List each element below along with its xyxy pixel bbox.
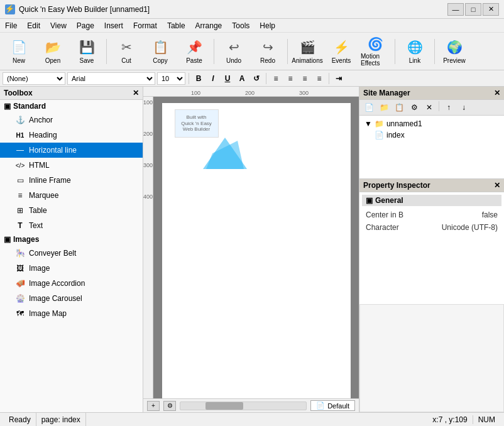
toolbar-motion-effects[interactable]: 🌀 Motion Effects: [359, 35, 392, 68]
item-heading[interactable]: H1 Heading: [0, 128, 143, 143]
sm-btn-delete[interactable]: ✕: [422, 101, 436, 114]
site-tree-index[interactable]: 📄 index: [362, 129, 501, 141]
size-select[interactable]: 10: [157, 72, 185, 85]
toolbar-save[interactable]: 💾 Save: [70, 35, 103, 68]
page-text: page: index: [41, 415, 80, 424]
font-select[interactable]: Arial: [67, 72, 155, 85]
cut-label: Cut: [121, 57, 131, 64]
canvas-main[interactable]: Built withQuick 'n EasyWeb Builder: [153, 97, 359, 398]
ruler-horizontal: 100 200 300: [143, 87, 359, 97]
site-manager-header: Site Manager ✕: [359, 87, 504, 100]
item-image-map[interactable]: 🗺 Image Map: [0, 306, 143, 321]
toolbar-new[interactable]: 📄 New: [3, 35, 35, 68]
item-anchor[interactable]: ⚓ Anchor: [0, 112, 143, 128]
highlight-button[interactable]: ↺: [250, 72, 263, 85]
new-label: New: [13, 57, 25, 64]
menu-page[interactable]: Page: [72, 19, 99, 32]
align-center-button[interactable]: ≡: [284, 72, 297, 85]
item-image-accordion[interactable]: 🪗 Image Accordion: [0, 276, 143, 291]
menu-arrange[interactable]: Arrange: [190, 19, 227, 32]
italic-button[interactable]: I: [207, 72, 219, 85]
toolbar-preview[interactable]: 🌍 Preview: [438, 35, 471, 68]
canvas-footer-settings[interactable]: ⚙: [163, 401, 176, 411]
prop-general-collapse: ▣: [366, 196, 373, 205]
bold-button[interactable]: B: [192, 72, 205, 85]
menu-view[interactable]: View: [45, 19, 72, 32]
image-map-icon: 🗺: [15, 309, 25, 319]
canvas-footer-add[interactable]: +: [147, 401, 160, 411]
menu-table[interactable]: Table: [162, 19, 190, 32]
toolbar-open[interactable]: 📂 Open: [36, 35, 69, 68]
minimize-button[interactable]: —: [447, 3, 464, 16]
sm-btn-settings[interactable]: ⚙: [407, 101, 421, 114]
align-right-button[interactable]: ≡: [299, 72, 311, 85]
toolbar-animations[interactable]: 🎬 Animations: [291, 35, 324, 68]
item-text[interactable]: T Text: [0, 218, 143, 233]
events-label: Events: [332, 57, 351, 64]
canvas-page[interactable]: Built withQuick 'n EasyWeb Builder: [162, 103, 351, 398]
menu-format[interactable]: Format: [128, 19, 162, 32]
toolbox-close[interactable]: ✕: [133, 89, 139, 97]
property-inspector-title: Property Inspector: [363, 181, 430, 190]
maximize-button[interactable]: □: [465, 3, 481, 16]
sm-btn-copy[interactable]: 📋: [392, 101, 406, 114]
status-text: Ready: [9, 415, 31, 424]
item-html[interactable]: </> HTML: [0, 158, 143, 173]
sm-btn-up[interactable]: ↑: [442, 101, 456, 114]
page-watermark: Built withQuick 'n EasyWeb Builder: [175, 109, 219, 138]
toolbar-undo[interactable]: ↩ Undo: [217, 35, 250, 68]
underline-button[interactable]: U: [221, 72, 234, 85]
horizontal-scrollbar[interactable]: [180, 401, 307, 410]
item-horizontal-line[interactable]: — Horizontal line: [0, 143, 143, 158]
color-button[interactable]: A: [236, 72, 248, 85]
root-label: unnamed1: [386, 119, 422, 128]
toolbar-sep-3: [287, 39, 288, 64]
section-images[interactable]: ▣ Images: [0, 233, 143, 246]
toolbar-cut[interactable]: ✂ Cut: [110, 35, 143, 68]
text-icon: T: [15, 221, 25, 231]
toolbar-sep-4: [395, 39, 395, 64]
item-conveyer-belt[interactable]: 🎠 Conveyer Belt: [0, 246, 143, 261]
horizontal-line-icon: —: [15, 145, 25, 155]
menu-edit[interactable]: Edit: [22, 19, 45, 32]
indent-button[interactable]: ⇥: [332, 72, 345, 85]
prop-section-general-header[interactable]: ▣ General: [362, 195, 501, 206]
menu-tools[interactable]: Tools: [227, 19, 255, 32]
toolbar-events[interactable]: ⚡ Events: [325, 35, 358, 68]
property-inspector-close[interactable]: ✕: [494, 181, 500, 190]
default-page-btn[interactable]: 📄 Default: [310, 400, 355, 411]
anchor-icon: ⚓: [15, 115, 25, 125]
section-standard[interactable]: ▣ Standard: [0, 100, 143, 112]
sm-btn-down[interactable]: ↓: [457, 101, 471, 114]
site-tree-root[interactable]: ▼ 📁 unnamed1: [362, 118, 501, 129]
align-left-button[interactable]: ≡: [270, 72, 282, 85]
image-accordion-icon: 🪗: [15, 278, 25, 288]
prop-general-label: General: [375, 196, 403, 205]
toolbar-paste[interactable]: 📌 Paste: [178, 35, 211, 68]
new-icon: 📄: [10, 38, 28, 56]
menu-file[interactable]: File: [0, 19, 22, 32]
page-icon: 📄: [316, 401, 325, 410]
item-marquee[interactable]: ≡ Marquee: [0, 188, 143, 203]
link-icon: 🌐: [406, 38, 424, 56]
menu-help[interactable]: Help: [255, 19, 280, 32]
toolbar-link[interactable]: 🌐 Link: [398, 35, 431, 68]
main-layout: Toolbox ✕ ▣ Standard ⚓ Anchor H1 Heading…: [0, 87, 504, 412]
events-icon: ⚡: [332, 38, 350, 56]
animations-icon: 🎬: [299, 38, 316, 56]
style-select[interactable]: (None): [3, 72, 65, 85]
item-table[interactable]: ⊞ Table: [0, 203, 143, 218]
toolbar-redo[interactable]: ↪ Redo: [251, 35, 284, 68]
sm-btn-new-page[interactable]: 📄: [362, 101, 376, 114]
table-icon: ⊞: [15, 205, 25, 216]
align-justify-button[interactable]: ≡: [313, 72, 326, 85]
sm-btn-folder[interactable]: 📁: [377, 101, 391, 114]
close-button[interactable]: ✕: [483, 3, 499, 16]
status-right: x:7 , y:109 NUM: [427, 415, 500, 424]
item-image-carousel[interactable]: 🎡 Image Carousel: [0, 291, 143, 306]
item-inline-frame[interactable]: ▭ Inline Frame: [0, 173, 143, 188]
site-manager-close[interactable]: ✕: [494, 89, 500, 97]
toolbar-copy[interactable]: 📋 Copy: [144, 35, 177, 68]
menu-insert[interactable]: Insert: [99, 19, 128, 32]
item-image[interactable]: 🖼 Image: [0, 261, 143, 276]
